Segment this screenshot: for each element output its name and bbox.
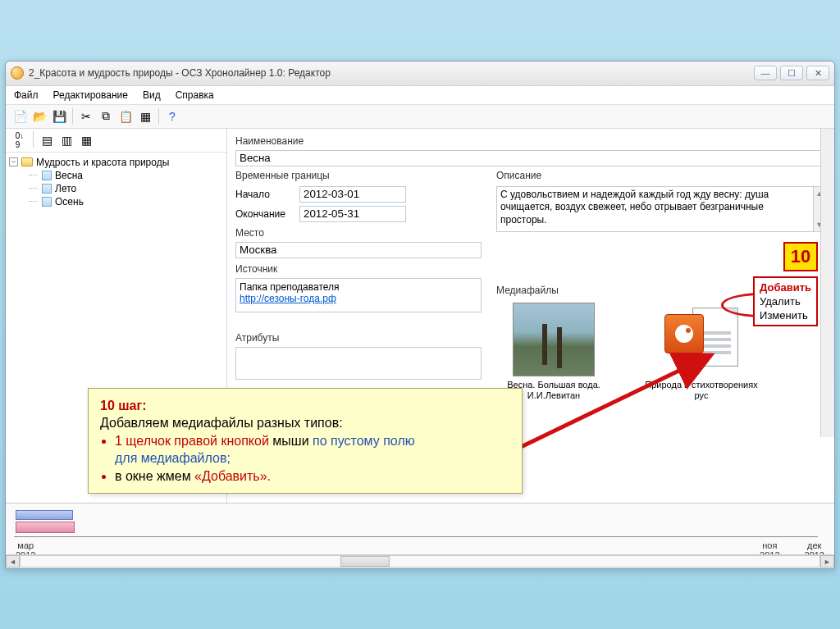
attrib-box[interactable] (235, 347, 482, 380)
tree-btn1-icon[interactable]: ▤ (38, 131, 56, 149)
attrib-label: Атрибуты (235, 332, 482, 344)
start-label: Начало (235, 189, 293, 200)
timeline-bar[interactable] (16, 510, 73, 520)
panel-scrollbar[interactable] (820, 129, 834, 437)
menu-edit[interactable]: Редактирование (53, 89, 128, 101)
tree-item-label: Лето (55, 183, 76, 194)
ctx-delete[interactable]: Удалить (760, 294, 811, 308)
image-thumbnail-icon (513, 303, 595, 376)
media-item-1[interactable]: Весна. Большая вода. И.И.Левитан (496, 303, 611, 401)
timerange-label: Временные границы (235, 170, 482, 183)
scroll-thumb[interactable] (340, 556, 390, 567)
tree-toolbar: 0↓9 ▤ ▥ ▦ (6, 129, 226, 153)
app-icon (11, 66, 24, 80)
item-icon (42, 184, 52, 194)
open-icon[interactable]: 📂 (30, 107, 48, 125)
tree-btn3-icon[interactable]: ▦ (77, 131, 95, 149)
app-window: 2_Красота и мудрость природы - ОСЗ Хроно… (5, 61, 835, 569)
name-input[interactable] (235, 150, 826, 166)
item-icon (42, 171, 52, 180)
tree-item-leto[interactable]: Лето (29, 182, 223, 195)
main-toolbar: 📄 📂 💾 ✂ ⧉ 📋 ▦ ? (6, 105, 834, 129)
save-icon[interactable]: 💾 (50, 107, 68, 125)
media-item-2[interactable]: Природа в стихотворениях рус (644, 303, 759, 401)
ctx-add[interactable]: Добавить (760, 280, 811, 294)
note-heading: 10 шаг: (100, 399, 146, 412)
ppt-thumbnail-icon (664, 303, 738, 376)
window-controls: — ☐ ✕ (754, 66, 829, 80)
tree-item-vesna[interactable]: Весна (29, 169, 223, 182)
name-label: Наименование (235, 135, 826, 147)
tree-item-label: Осень (55, 196, 84, 207)
sort-icon[interactable]: 0↓9 (11, 131, 29, 149)
start-input[interactable] (299, 186, 406, 203)
scroll-left-icon[interactable]: ◄ (6, 555, 20, 567)
context-annotation: 10 Добавить Удалить Изменить (753, 242, 818, 326)
tutorial-note: 10 шаг: Добавляем медиафайлы разных типо… (88, 388, 523, 495)
menubar: Файл Редактирование Вид Справка (6, 86, 834, 105)
end-input[interactable] (299, 206, 406, 222)
menu-view[interactable]: Вид (143, 89, 161, 101)
note-bullet: 1 щелчок правой кнопкой мыши по пустому … (115, 432, 510, 467)
source-link[interactable]: http://сезоны-года.рф (240, 293, 336, 304)
maximize-button[interactable]: ☐ (780, 66, 803, 80)
media-caption: Природа в стихотворениях рус (644, 380, 759, 401)
copy-icon[interactable]: ⧉ (97, 107, 115, 125)
source-text: Папка преподавателя (240, 281, 477, 293)
context-menu: Добавить Удалить Изменить (753, 276, 818, 326)
end-label: Окончание (235, 208, 293, 220)
tree-item-label: Весна (55, 170, 83, 181)
note-bullet: в окне жмем «Добавить». (115, 467, 510, 485)
tree-root[interactable]: − Мудрость и красота природы (9, 156, 223, 169)
grid-icon[interactable]: ▦ (136, 107, 154, 125)
tree-btn2-icon[interactable]: ▥ (57, 131, 75, 149)
help-icon[interactable]: ? (163, 107, 181, 125)
new-icon[interactable]: 📄 (11, 107, 29, 125)
collapse-icon[interactable]: − (9, 157, 18, 166)
step-number-badge: 10 (783, 242, 818, 271)
scroll-right-icon[interactable]: ► (820, 555, 834, 567)
minimize-button[interactable]: — (754, 66, 777, 80)
source-label: Источник (235, 263, 482, 275)
desc-label: Описание (496, 170, 826, 183)
folder-icon (21, 157, 33, 166)
cut-icon[interactable]: ✂ (77, 107, 95, 125)
menu-file[interactable]: Файл (14, 89, 39, 101)
note-line: Добавляем медиафайлы разных типов: (100, 416, 343, 430)
tree-item-osen[interactable]: Осень (29, 195, 223, 208)
menu-help[interactable]: Справка (176, 89, 214, 101)
titlebar: 2_Красота и мудрость природы - ОСЗ Хроно… (6, 62, 834, 86)
timeline[interactable]: мар2012 ноя2012 дек2012 ◄ ► (6, 503, 834, 568)
close-button[interactable]: ✕ (806, 66, 829, 80)
tree-root-label: Мудрость и красота природы (36, 157, 169, 168)
item-icon (42, 197, 52, 207)
timeline-bar[interactable] (16, 522, 75, 533)
paste-icon[interactable]: 📋 (116, 107, 135, 125)
desc-textarea[interactable] (496, 186, 814, 232)
source-box[interactable]: Папка преподавателя http://сезоны-года.р… (235, 278, 482, 312)
place-input[interactable] (235, 242, 482, 258)
timeline-axis (14, 536, 818, 537)
place-label: Место (235, 227, 482, 239)
ctx-change[interactable]: Изменить (760, 308, 811, 322)
window-title: 2_Красота и мудрость природы - ОСЗ Хроно… (29, 67, 754, 79)
timeline-scrollbar[interactable]: ◄ ► (6, 554, 834, 568)
